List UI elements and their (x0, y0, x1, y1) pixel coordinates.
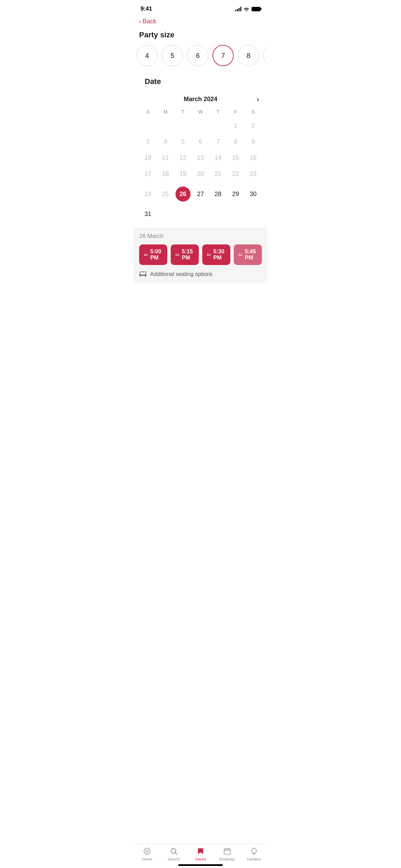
time-slot-5-00-PM[interactable]: 5:00 PM (139, 244, 167, 265)
date-title: Date (139, 74, 262, 90)
calendar-day-31[interactable]: 31 (139, 206, 157, 222)
calendar-day-10[interactable]: 10 (139, 150, 157, 166)
weekday-label: T (209, 107, 227, 117)
calendar-day-28[interactable]: 28 (209, 182, 227, 206)
calendar-day-24[interactable]: 24 (139, 182, 157, 206)
calendar: March 2024 › SMTWTFS 1234567891011121314… (134, 90, 267, 222)
back-label: Back (143, 18, 156, 25)
party-size-option-6[interactable]: 6 (187, 45, 208, 66)
table-icon (207, 252, 211, 257)
calendar-day-22[interactable]: 22 (227, 166, 244, 182)
signal-icon (235, 7, 241, 11)
calendar-header: March 2024 › (139, 90, 262, 107)
svg-rect-2 (144, 255, 145, 256)
additional-seating-label: Additional seating options (150, 271, 212, 277)
svg-rect-17 (139, 275, 147, 276)
calendar-grid: SMTWTFS 12345678910111213141516171819202… (139, 107, 262, 222)
status-icons (235, 7, 260, 11)
calendar-day-4[interactable]: 4 (157, 134, 174, 149)
calendar-day-empty (174, 118, 192, 133)
selected-date-display: 26 March (139, 233, 262, 240)
calendar-day-14[interactable]: 14 (209, 150, 227, 166)
party-size-option-7[interactable]: 7 (212, 45, 234, 66)
calendar-day-29[interactable]: 29 (227, 182, 244, 206)
party-size-title: Party size (134, 28, 267, 44)
weekday-label: S (139, 107, 157, 117)
calendar-day-empty (227, 206, 244, 222)
svg-rect-11 (210, 255, 210, 256)
calendar-day-13[interactable]: 13 (192, 150, 209, 166)
svg-rect-3 (147, 255, 147, 256)
calendar-day-27[interactable]: 27 (192, 182, 209, 206)
weekday-label: S (244, 107, 262, 117)
time-slot-label: 5:45 PM (245, 249, 257, 261)
time-slots-row: 5:00 PM 5:15 PM 5:30 PM 5:45 PM (139, 244, 262, 265)
time-slot-5-30-PM[interactable]: 5:30 PM (202, 244, 230, 265)
party-size-option-5[interactable]: 5 (162, 45, 183, 66)
calendar-day-18[interactable]: 18 (157, 166, 174, 182)
additional-seating-row[interactable]: Additional seating options (139, 270, 262, 283)
time-slot-5-15-PM[interactable]: 5:15 PM (171, 244, 199, 265)
calendar-weekdays: SMTWTFS (139, 107, 262, 117)
calendar-day-30[interactable]: 30 (244, 182, 262, 206)
calendar-day-17[interactable]: 17 (139, 166, 157, 182)
svg-rect-14 (239, 255, 239, 256)
svg-rect-9 (207, 255, 211, 255)
party-size-selector: 45678910 (134, 44, 267, 72)
calendar-day-empty (139, 118, 157, 133)
calendar-day-21[interactable]: 21 (209, 166, 227, 182)
calendar-day-empty (192, 118, 209, 133)
calendar-day-empty (209, 206, 227, 222)
weekday-label: T (174, 107, 192, 117)
svg-rect-10 (207, 255, 208, 256)
weekday-label: F (227, 107, 244, 117)
weekday-label: M (157, 107, 174, 117)
calendar-day-8[interactable]: 8 (227, 134, 244, 149)
table-icon (175, 252, 179, 257)
back-button[interactable]: ‹ Back (134, 15, 267, 28)
wifi-icon (243, 7, 250, 11)
calendar-day-26[interactable]: 26 (174, 182, 192, 206)
calendar-day-5[interactable]: 5 (174, 134, 192, 149)
table-icon (144, 252, 148, 257)
party-size-option-9[interactable]: 9 (263, 45, 267, 66)
calendar-day-15[interactable]: 15 (227, 150, 244, 166)
calendar-day-11[interactable]: 11 (157, 150, 174, 166)
calendar-day-empty (244, 206, 262, 222)
time-slot-label: 5:00 PM (150, 249, 162, 261)
table-icon (239, 252, 242, 257)
calendar-day-empty (192, 206, 209, 222)
svg-rect-6 (176, 255, 176, 256)
party-size-option-8[interactable]: 8 (238, 45, 259, 66)
time-slot-label: 5:15 PM (182, 249, 194, 261)
calendar-day-empty (209, 118, 227, 133)
calendar-day-19[interactable]: 19 (174, 166, 192, 182)
calendar-day-1[interactable]: 1 (227, 118, 244, 133)
time-slot-5-45-PM[interactable]: 5:45 PM (234, 244, 262, 265)
time-slot-label: 5:30 PM (214, 249, 226, 261)
calendar-day-12[interactable]: 12 (174, 150, 192, 166)
calendar-day-6[interactable]: 6 (192, 134, 209, 149)
calendar-day-23[interactable]: 23 (244, 166, 262, 182)
calendar-month: March 2024 (184, 96, 217, 103)
calendar-day-3[interactable]: 3 (139, 134, 157, 149)
time-slot-section: 26 March 5:00 PM 5:15 PM 5:30 PM 5:45 PM… (134, 227, 267, 283)
party-size-option-4[interactable]: 4 (136, 45, 158, 66)
calendar-day-16[interactable]: 16 (244, 150, 262, 166)
calendar-next-button[interactable]: › (254, 94, 262, 105)
calendar-day-empty (157, 206, 174, 222)
calendar-day-7[interactable]: 7 (209, 134, 227, 149)
calendar-day-9[interactable]: 9 (244, 134, 262, 149)
svg-rect-13 (239, 255, 242, 255)
calendar-day-2[interactable]: 2 (244, 118, 262, 133)
back-chevron-icon: ‹ (139, 18, 141, 25)
svg-rect-15 (241, 255, 242, 256)
status-time: 9:41 (141, 5, 152, 12)
calendar-day-20[interactable]: 20 (192, 166, 209, 182)
svg-rect-1 (144, 255, 148, 255)
svg-rect-7 (178, 255, 179, 256)
svg-rect-19 (145, 276, 146, 277)
calendar-day-empty (157, 118, 174, 133)
calendar-day-25[interactable]: 25 (157, 182, 174, 206)
svg-rect-18 (140, 276, 141, 277)
